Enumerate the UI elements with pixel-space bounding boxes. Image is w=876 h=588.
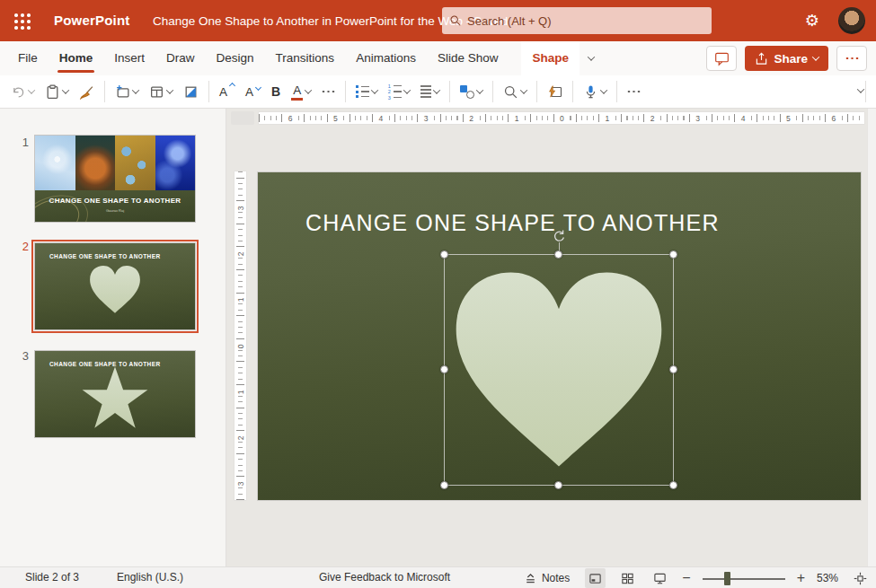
zoom-slider[interactable] [703, 568, 785, 588]
comment-icon [714, 51, 730, 66]
slideshow-button[interactable] [650, 568, 670, 588]
resize-handle-middle-left[interactable] [440, 365, 448, 373]
menu-shape-contextual-tab[interactable]: Shape [521, 41, 580, 75]
format-painter-icon [79, 84, 94, 100]
menu-draw[interactable]: Draw [155, 41, 206, 75]
align-text-button[interactable] [415, 78, 445, 105]
font-color-button[interactable]: A [286, 78, 316, 105]
menu-right-actions: Share [706, 46, 876, 71]
find-button[interactable] [498, 78, 532, 105]
paste-button[interactable] [40, 78, 74, 105]
slide-canvas[interactable]: CHANGE ONE SHAPE TO ANOTHER [258, 172, 861, 500]
dictate-button[interactable] [578, 78, 612, 105]
fit-to-window-button[interactable] [850, 568, 871, 588]
slide-1-subtitle: Gaurav Raj [35, 208, 195, 213]
undo-icon [11, 84, 26, 100]
chevron-down-icon [812, 53, 819, 60]
vertical-scrollbar[interactable] [867, 109, 876, 566]
shape-tab-chevron[interactable] [580, 41, 603, 75]
comments-button[interactable] [706, 46, 737, 71]
resize-handle-middle-right[interactable] [669, 365, 677, 373]
slideshow-icon [653, 572, 667, 585]
resize-handle-bottom-left[interactable] [440, 481, 448, 489]
collapse-ribbon-button[interactable] [853, 77, 869, 104]
normal-view-button[interactable] [585, 568, 606, 588]
slide-1-title-band: CHANGE ONE SHAPE TO ANOTHER Gaurav Raj [35, 190, 195, 222]
user-avatar[interactable] [838, 7, 865, 34]
zoom-out-button[interactable]: − [682, 568, 690, 588]
share-button[interactable]: Share [745, 46, 828, 71]
notes-toggle[interactable]: Notes [520, 568, 573, 588]
more-toolbar-commands-button[interactable] [622, 78, 646, 105]
search-icon [449, 14, 462, 27]
language-selector[interactable]: English (U.S.) [117, 567, 183, 588]
resize-handle-top-right[interactable] [669, 250, 677, 259]
numbering-button[interactable]: 1 2 3 [383, 78, 415, 105]
format-painter-button[interactable] [74, 78, 100, 105]
slide-2-title: CHANGE ONE SHAPE TO ANOTHER [49, 253, 160, 259]
designer-pane-button[interactable] [542, 78, 568, 105]
normal-view-icon [588, 572, 602, 585]
ellipsis-icon [627, 90, 641, 93]
bullets-icon [356, 85, 369, 98]
fit-to-window-icon [854, 572, 867, 585]
more-font-options-button[interactable] [316, 78, 341, 105]
shapes-button[interactable] [455, 78, 488, 105]
bullets-button[interactable] [350, 78, 383, 105]
feedback-link[interactable]: Give Feedback to Microsoft [319, 567, 450, 588]
star-shape-thumbnail [81, 365, 149, 430]
menu-home[interactable]: Home [49, 41, 104, 75]
slide-indicator[interactable]: Slide 2 of 3 [25, 567, 79, 588]
slide-2-number: 2 [13, 240, 29, 253]
menu-bar: File Home Insert Draw Design Transitions… [0, 41, 876, 75]
search-box[interactable] [442, 7, 712, 34]
font-color-icon: A [291, 83, 303, 101]
menu-animations[interactable]: Animations [345, 41, 427, 75]
slide-thumbnail-panel: 1 CHANGE ONE SHAPE TO ANOTHER Gaurav Raj… [0, 109, 226, 566]
resize-handle-bottom-right[interactable] [669, 481, 677, 489]
ruler-corner [231, 111, 254, 125]
menu-slide-show[interactable]: Slide Show [427, 41, 509, 75]
layout-icon [149, 84, 164, 100]
shapes-icon [460, 85, 474, 99]
zoom-slider-thumb[interactable] [724, 572, 730, 585]
grow-font-button[interactable]: A [214, 78, 240, 105]
resize-handle-bottom-middle[interactable] [554, 481, 562, 489]
undo-button[interactable] [5, 78, 40, 105]
app-top-bar: PowerPoint Change One Shape to Another i… [0, 0, 876, 41]
search-input[interactable] [467, 14, 704, 28]
bold-button[interactable]: B [266, 78, 286, 105]
share-icon [755, 52, 768, 66]
menu-transitions[interactable]: Transitions [265, 41, 346, 75]
rotation-handle[interactable] [552, 229, 566, 243]
slide-1-thumbnail[interactable]: CHANGE ONE SHAPE TO ANOTHER Gaurav Raj [34, 135, 196, 223]
menu-file[interactable]: File [7, 41, 49, 75]
slide-title-text[interactable]: CHANGE ONE SHAPE TO ANOTHER [305, 210, 720, 236]
designer-icon [183, 84, 199, 100]
shape-selection-box [444, 254, 674, 486]
more-ribbon-options-button[interactable] [836, 46, 867, 71]
menu-insert[interactable]: Insert [103, 41, 155, 75]
slide-3-thumbnail[interactable]: CHANGE ONE SHAPE TO ANOTHER [34, 350, 196, 438]
settings-gear-icon[interactable]: ⚙ [805, 10, 819, 31]
resize-handle-top-left[interactable] [440, 250, 448, 259]
designer-button[interactable] [178, 78, 204, 105]
shrink-font-button[interactable]: A [240, 78, 266, 105]
new-slide-button[interactable] [110, 78, 144, 105]
v-ruler: 3210123 [234, 171, 247, 501]
resize-handle-top-middle[interactable] [554, 250, 562, 259]
app-launcher-icon[interactable] [13, 12, 32, 31]
slide-3-number: 3 [13, 349, 29, 363]
notes-icon [524, 572, 537, 585]
chevron-down-icon [588, 53, 595, 60]
caret-up-icon [229, 83, 235, 89]
menu-design[interactable]: Design [206, 41, 265, 75]
h-ruler: 6543210123456 [258, 111, 865, 125]
ellipsis-icon [845, 57, 859, 60]
zoom-in-button[interactable]: + [797, 568, 805, 588]
slide-sorter-view-button[interactable] [617, 568, 638, 588]
status-bar: Slide 2 of 3 English (U.S.) Give Feedbac… [0, 566, 876, 588]
slide-layout-button[interactable] [144, 78, 178, 105]
slide-2-thumbnail[interactable]: CHANGE ONE SHAPE TO ANOTHER [34, 242, 196, 330]
zoom-percent[interactable]: 53% [817, 572, 838, 584]
